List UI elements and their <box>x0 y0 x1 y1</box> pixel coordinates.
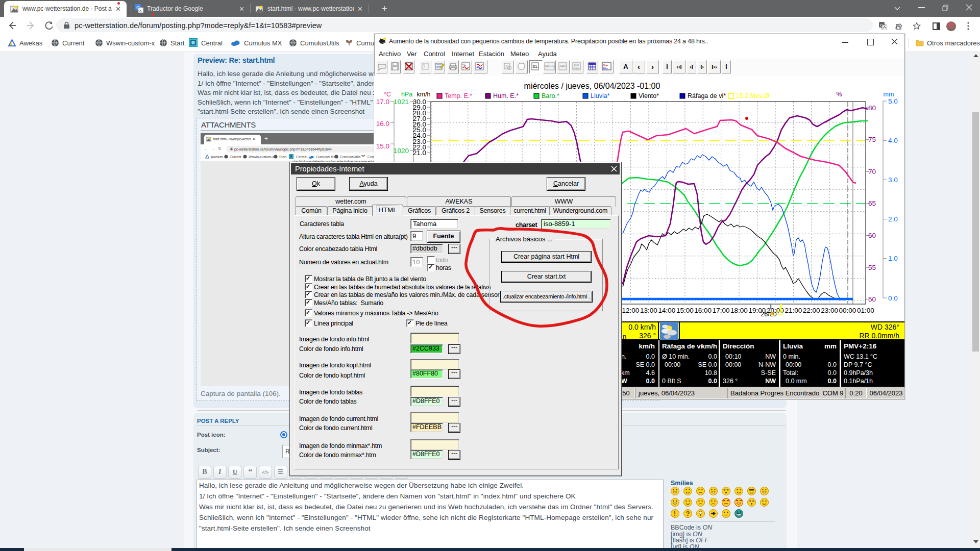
svg-text:!: ! <box>674 510 676 517</box>
svg-text:Viento*: Viento* <box>639 92 659 99</box>
svg-text:70: 70 <box>868 168 876 176</box>
svg-text:1021: 1021 <box>394 98 409 106</box>
svg-text:DEC: DEC <box>574 66 580 69</box>
svg-text:16.0: 16.0 <box>376 120 389 128</box>
svg-text:00:00: 00:00 <box>839 307 856 314</box>
svg-text:miércoles / jueves, 06/04/2023: miércoles / jueves, 06/04/2023 -01:00 <box>524 82 660 90</box>
svg-text:21.0: 21.0 <box>413 149 426 157</box>
svg-text:0.0: 0.0 <box>888 294 898 302</box>
svg-text:Min: Min <box>603 67 608 70</box>
svg-text:4.0: 4.0 <box>888 137 898 144</box>
svg-text:Ráfaga de vi*: Ráfaga de vi* <box>688 92 726 99</box>
svg-text:31: 31 <box>505 64 509 68</box>
svg-text:1020: 1020 <box>394 147 409 155</box>
svg-text:3.0: 3.0 <box>888 176 898 184</box>
svg-text:JAN: JAN <box>559 64 566 68</box>
svg-text:Baro.*: Baro.* <box>542 92 559 99</box>
svg-text:Lluvia*: Lluvia* <box>591 92 610 99</box>
svg-text:?: ? <box>686 510 690 517</box>
svg-text:hPa: hPa <box>401 91 412 98</box>
svg-text:17.0: 17.0 <box>376 98 389 106</box>
svg-text:55: 55 <box>868 264 876 271</box>
svg-text:2.0: 2.0 <box>888 215 898 223</box>
svg-text:01:00: 01:00 <box>857 307 874 314</box>
svg-text:15.2 Mes-Ø: 15.2 Mes-Ø <box>736 92 770 99</box>
svg-text:16:00: 16:00 <box>694 307 712 314</box>
svg-text:Temp. E.*: Temp. E.* <box>445 92 472 99</box>
svg-text:21:00: 21:00 <box>785 307 802 314</box>
svg-text:Max: Max <box>603 64 608 67</box>
svg-text:km/h: km/h <box>416 91 430 98</box>
svg-text:x: x <box>139 8 141 13</box>
svg-text:Hum. E.*: Hum. E.* <box>493 92 519 99</box>
svg-text:15.0: 15.0 <box>376 142 389 150</box>
svg-text:15:00: 15:00 <box>676 307 694 314</box>
svg-text:%: % <box>836 91 842 98</box>
svg-text:5.0: 5.0 <box>888 97 898 105</box>
svg-text:17:00: 17:00 <box>713 307 730 314</box>
svg-text:31.: 31. <box>533 64 538 69</box>
svg-text:80: 80 <box>868 104 876 112</box>
svg-text:18:00: 18:00 <box>730 307 748 314</box>
svg-text:75: 75 <box>868 136 876 143</box>
svg-text:12:00: 12:00 <box>622 307 640 314</box>
svg-text:22:00: 22:00 <box>803 307 820 314</box>
svg-text:MO-SU: MO-SU <box>545 64 555 68</box>
svg-text:65: 65 <box>868 199 876 207</box>
svg-text:23:00: 23:00 <box>821 307 838 314</box>
svg-text:°C: °C <box>462 63 466 66</box>
svg-text:60: 60 <box>868 232 876 239</box>
svg-text:°C: °C <box>384 91 391 98</box>
svg-text:50: 50 <box>868 295 876 303</box>
svg-text:13:00: 13:00 <box>640 307 657 314</box>
svg-text:26/20: 26/20 <box>761 311 776 318</box>
svg-text:14:00: 14:00 <box>658 307 675 314</box>
svg-text:1.0: 1.0 <box>888 255 898 262</box>
